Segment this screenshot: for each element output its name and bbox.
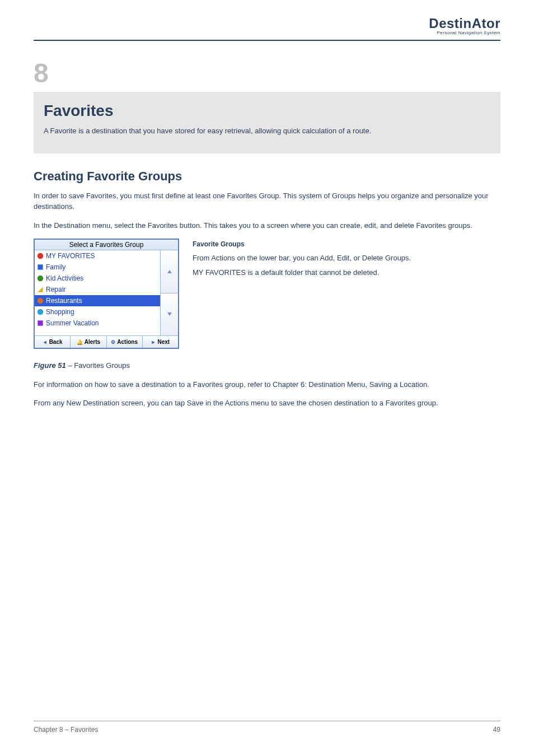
svg-point-4	[38, 298, 44, 304]
back-arrow-icon: ◄	[43, 339, 48, 345]
scroll-down-button[interactable]	[161, 293, 178, 336]
figure-row: Select a Favorites Group MY FAVORITES Fa…	[34, 239, 500, 349]
gear-icon: ⚙	[111, 339, 115, 345]
page-footer: Chapter 8 – Favorites 49	[34, 721, 500, 734]
screenshot-body: MY FAVORITES Family Kid Activities	[35, 250, 178, 335]
restaurant-icon	[36, 297, 44, 305]
list-item-label: Summer Vacation	[46, 318, 99, 328]
list-item-label: Shopping	[46, 307, 74, 317]
list-item-label: Kid Activities	[46, 273, 83, 283]
list-item[interactable]: Kid Activities	[35, 273, 160, 284]
svg-marker-8	[167, 312, 172, 316]
scroll-up-button[interactable]	[161, 250, 178, 293]
footer-page-number: 49	[493, 726, 500, 734]
vacation-icon	[36, 319, 44, 327]
button-label: Back	[49, 339, 63, 345]
figure-caption-text: – Favorites Groups	[66, 361, 130, 370]
next-arrow-icon: ►	[151, 339, 156, 345]
sidebar-line: From Actions on the lower bar, you can A…	[193, 253, 500, 264]
list-item-label: Repair	[46, 284, 65, 295]
alerts-button[interactable]: 🔔 Alerts	[71, 336, 106, 348]
svg-marker-3	[38, 287, 43, 292]
favorites-group-list[interactable]: MY FAVORITES Family Kid Activities	[35, 250, 160, 335]
star-icon	[36, 252, 44, 260]
logo-tagline: Personal Navigation System	[429, 30, 500, 35]
chapter-number: 8	[34, 58, 500, 88]
screenshot-title: Select a Favorites Group	[35, 240, 178, 250]
kid-icon	[36, 274, 44, 282]
shopping-icon	[36, 308, 44, 316]
section-title: Creating Favorite Groups	[34, 169, 500, 184]
list-item[interactable]: Repair	[35, 284, 160, 295]
svg-marker-7	[167, 270, 172, 273]
footer-chapter: Chapter 8 – Favorites	[34, 726, 98, 734]
svg-rect-1	[38, 264, 43, 269]
button-label: Alerts	[85, 339, 100, 345]
figure-number: Figure 51	[34, 361, 66, 370]
embedded-screenshot: Select a Favorites Group MY FAVORITES Fa…	[34, 239, 179, 349]
chapter-title: Favorites	[44, 102, 490, 120]
family-icon	[36, 263, 44, 271]
list-item-label: Family	[46, 262, 65, 272]
back-button[interactable]: ◄ Back	[35, 336, 71, 348]
page-header: DestinAtor Personal Navigation System	[34, 17, 500, 41]
section-paragraph: In the Destination menu, select the Favo…	[34, 220, 500, 231]
svg-rect-6	[38, 320, 43, 325]
svg-point-0	[38, 253, 44, 259]
next-button[interactable]: ► Next	[143, 336, 178, 348]
logo: DestinAtor Personal Navigation System	[429, 17, 500, 35]
screenshot-toolbar: ◄ Back 🔔 Alerts ⚙ Actions ► Next	[35, 335, 178, 348]
logo-main: DestinAtor	[429, 17, 500, 30]
list-item[interactable]: Summer Vacation	[35, 318, 160, 329]
chapter-band: Favorites A Favorite is a destination th…	[34, 92, 500, 153]
section-paragraph: In order to save Favorites, you must fir…	[34, 190, 500, 212]
bell-icon: 🔔	[77, 339, 83, 345]
button-label: Next	[157, 339, 170, 345]
svg-point-2	[38, 276, 44, 282]
body-paragraph: From any New Destination screen, you can…	[34, 398, 500, 409]
chapter-subtitle: A Favorite is a destination that you hav…	[44, 125, 490, 137]
list-item[interactable]: Family	[35, 262, 160, 273]
list-item-label: MY FAVORITES	[46, 251, 95, 261]
body-paragraph: For information on how to save a destina…	[34, 379, 500, 390]
sidebar-line: MY FAVORITES is a default folder that ca…	[193, 267, 500, 278]
figure-caption: Figure 51 – Favorites Groups	[34, 360, 500, 371]
list-item-label: Restaurants	[46, 296, 82, 306]
svg-point-5	[38, 309, 44, 315]
list-item[interactable]: Restaurants	[35, 295, 160, 306]
button-label: Actions	[117, 339, 138, 345]
list-item[interactable]: MY FAVORITES	[35, 250, 160, 262]
scrollbar[interactable]	[160, 250, 178, 335]
wrench-icon	[36, 286, 44, 293]
sidebar-label: Favorite Groups	[193, 239, 245, 249]
figure-sidebar: Favorite Groups From Actions on the lowe…	[193, 239, 500, 281]
list-item[interactable]: Shopping	[35, 306, 160, 318]
actions-button[interactable]: ⚙ Actions	[107, 336, 143, 348]
